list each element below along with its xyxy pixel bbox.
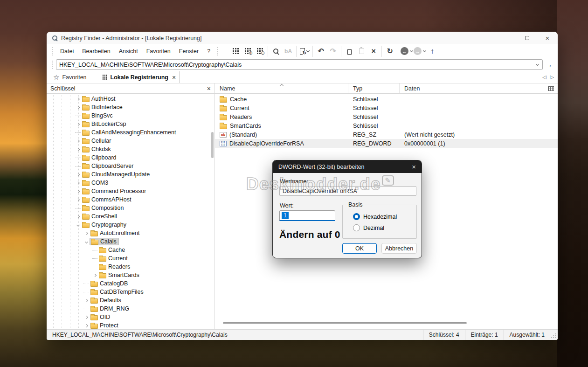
export-dropdown-icon[interactable] <box>306 48 310 52</box>
ok-button[interactable]: OK <box>342 243 377 254</box>
replace-button[interactable]: bA <box>283 46 294 57</box>
dialog-title-bar[interactable]: DWORD-Wert (32-bit) bearbeiten × <box>273 160 422 173</box>
tree-item-current[interactable]: Current <box>47 254 214 263</box>
chevron-right-icon[interactable] <box>75 106 81 109</box>
forward-button[interactable]: → <box>414 46 426 57</box>
undo-button[interactable]: ↶ <box>315 46 326 57</box>
menu-bearbeiten[interactable]: Bearbeiten <box>78 46 114 56</box>
tree-item-drm-rng[interactable]: DRM_RNG <box>47 305 214 313</box>
chevron-right-icon[interactable] <box>75 98 81 100</box>
paste-button[interactable] <box>356 46 367 57</box>
value-field[interactable]: 1 <box>279 210 335 221</box>
column-header-type[interactable]: Typ <box>348 83 400 93</box>
column-header-data[interactable]: Daten <box>400 83 558 93</box>
table-row-current[interactable]: CurrentSchlüssel <box>215 104 558 112</box>
tab-scroll-right-icon[interactable]: ▷ <box>550 74 554 80</box>
tree-item-protect[interactable]: Protect <box>47 321 214 329</box>
tree-item-smartcards[interactable]: SmartCards <box>47 271 214 279</box>
tree-item-readers[interactable]: Readers <box>47 263 214 271</box>
chevron-right-icon[interactable] <box>75 173 81 176</box>
export-button[interactable] <box>299 46 310 57</box>
tree-item-callandmessagingenhancement[interactable]: CallAndMessagingEnhancement <box>47 128 214 137</box>
table-row-readers[interactable]: ReadersSchlüssel <box>215 112 558 121</box>
close-button[interactable]: × <box>537 32 558 44</box>
tree-item-catdbtempfiles[interactable]: CatDBTempFiles <box>47 288 214 296</box>
tree-item-bitlockercsp[interactable]: BitLockerCsp <box>47 120 214 128</box>
tree-item-commsaphost[interactable]: CommsAPHost <box>47 195 214 204</box>
table-row-cache[interactable]: CacheSchlüssel <box>215 95 558 104</box>
title-bar[interactable]: Registry Finder - Administrator - [Lokal… <box>47 32 558 44</box>
tab-local-registry[interactable]: Lokale Registrierung × <box>99 71 180 83</box>
back-button[interactable]: ← <box>401 46 413 57</box>
tree-vertical-scrollbar[interactable] <box>211 132 214 158</box>
cancel-button[interactable]: Abbrechen <box>381 243 417 254</box>
chevron-right-icon[interactable] <box>83 232 90 235</box>
chevron-right-icon[interactable] <box>75 182 81 184</box>
tree-item-bidinterface[interactable]: BidInterface <box>47 103 214 111</box>
tree-item-bingsvc[interactable]: BingSvc <box>47 111 214 120</box>
chevron-down-icon[interactable] <box>75 224 81 226</box>
tree-item-autoenrollment[interactable]: AutoEnrollment <box>47 229 214 237</box>
address-dropdown-icon[interactable] <box>536 62 539 66</box>
chevron-right-icon[interactable] <box>75 140 81 142</box>
tree-item-command-processor[interactable]: Command Processor <box>47 187 214 195</box>
redo-button[interactable]: ↷ <box>327 46 339 57</box>
chevron-right-icon[interactable] <box>83 299 90 302</box>
tree-item-clipboard[interactable]: Clipboard <box>47 153 214 162</box>
tree-item-cellular[interactable]: Cellular <box>47 137 214 145</box>
tree-item-clipboardserver[interactable]: ClipboardServer <box>47 162 214 170</box>
column-chooser-icon[interactable] <box>548 86 554 91</box>
back-dropdown-icon[interactable] <box>410 48 413 52</box>
table-row-smartcards[interactable]: SmartCardsSchlüssel <box>215 121 558 130</box>
chevron-right-icon[interactable] <box>75 199 81 201</box>
minimize-button[interactable] <box>496 32 517 44</box>
tab-close-icon[interactable]: × <box>172 74 176 81</box>
tree-close-icon[interactable]: × <box>207 85 211 92</box>
table-row-standard[interactable]: ab(Standard)REG_SZ(Wert nicht gesetzt) <box>215 130 558 139</box>
search-button[interactable] <box>270 46 282 57</box>
tree-item-calais[interactable]: Calais <box>47 237 214 246</box>
chevron-right-icon[interactable] <box>75 190 81 193</box>
menu-datei[interactable]: Datei <box>56 46 78 56</box>
tree-item-cryptography[interactable]: Cryptography <box>47 221 214 229</box>
go-button[interactable]: → <box>543 59 555 70</box>
menu-fenster[interactable]: Fenster <box>175 46 203 56</box>
menu-ansicht[interactable]: Ansicht <box>115 46 142 56</box>
chevron-down-icon[interactable] <box>83 241 90 243</box>
chevron-right-icon[interactable] <box>91 274 98 277</box>
menu-gripper[interactable] <box>52 47 54 55</box>
value-name-field[interactable]: DisableCapiOverrideForRSA <box>279 186 416 196</box>
up-button[interactable]: ↑ <box>427 46 438 57</box>
tab-scroll-left-icon[interactable]: ◁ <box>542 74 546 80</box>
delete-button[interactable]: × <box>368 46 379 57</box>
radio-decimal[interactable]: Dezimal <box>353 224 384 231</box>
copy-button[interactable] <box>344 46 355 57</box>
tree-item-com3[interactable]: COM3 <box>47 179 214 187</box>
maximize-button[interactable] <box>517 32 537 44</box>
address-input[interactable]: HKEY_LOCAL_MACHINE\SOFTWARE\Microsoft\Cr… <box>56 59 543 70</box>
refresh-button[interactable]: ↻ <box>384 46 395 57</box>
chevron-right-icon[interactable] <box>75 148 81 151</box>
tree-item-composition[interactable]: Composition <box>47 204 214 212</box>
tree-item-cloudmanagedupdate[interactable]: CloudManagedUpdate <box>47 170 214 179</box>
local-registry-button[interactable] <box>230 46 241 57</box>
resize-grip[interactable] <box>550 330 558 340</box>
tree-item-cache[interactable]: Cache <box>47 246 214 254</box>
tree-item-catalogdb[interactable]: CatalogDB <box>47 279 214 288</box>
chevron-right-icon[interactable] <box>83 316 90 319</box>
tree-item-oid[interactable]: OID <box>47 313 214 321</box>
chevron-right-icon[interactable] <box>75 123 81 125</box>
remote-registry-button[interactable]: ⊕ <box>242 46 253 57</box>
table-row-disablecapioverrideforrsa[interactable]: DisableCapiOverrideForRSAREG_DWORD0x0000… <box>215 139 558 148</box>
menu-favoriten[interactable]: Favoriten <box>142 46 175 56</box>
forward-dropdown-icon[interactable] <box>423 48 426 52</box>
menu-help[interactable]: ? <box>203 46 214 56</box>
dialog-close-icon[interactable]: × <box>402 163 416 171</box>
tree-item-chkdsk[interactable]: Chkdsk <box>47 145 214 153</box>
tab-favorites[interactable]: ☆ Favoriten <box>51 71 92 83</box>
radio-hexadecimal[interactable]: Hexadezimal <box>353 213 397 220</box>
toolbar-gripper[interactable] <box>217 47 219 55</box>
tree-item-authhost[interactable]: AuthHost <box>47 95 214 103</box>
list-horizontal-scrollbar[interactable] <box>223 322 467 324</box>
tree-item-defaults[interactable]: Defaults <box>47 296 214 305</box>
